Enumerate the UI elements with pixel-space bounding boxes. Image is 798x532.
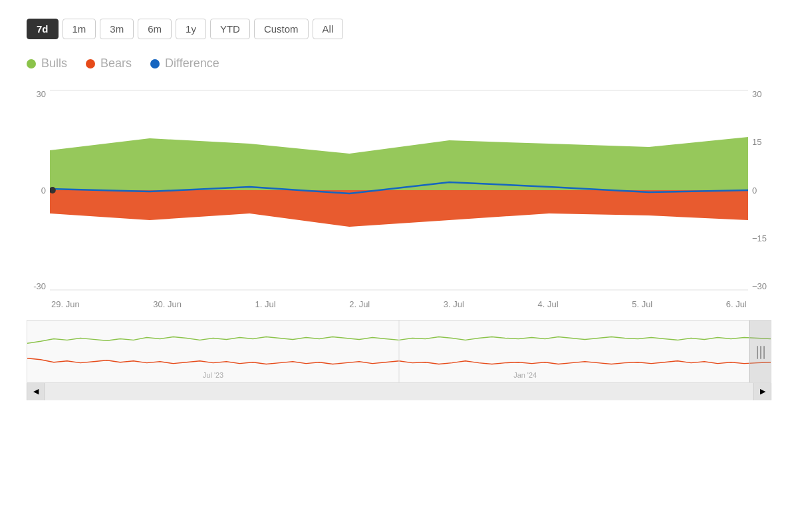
x-label: 30. Jun — [153, 299, 182, 309]
chart-svg — [50, 84, 748, 297]
x-label: 4. Jul — [538, 299, 559, 309]
y-label-mid-left: 0 — [41, 186, 46, 196]
time-btn-1m[interactable]: 1m — [63, 19, 96, 39]
legend-item-difference: Difference — [150, 57, 219, 70]
time-btn-7d[interactable]: 7d — [27, 19, 59, 39]
toolbar: 7d1m3m6m1yYTDCustomAll — [0, 0, 798, 50]
time-btn-6m[interactable]: 6m — [138, 19, 172, 39]
y-right-15: 15 — [752, 137, 761, 147]
handle-line-2 — [760, 346, 761, 359]
navigator-svg: Jul '23 Jan '24 — [27, 321, 771, 382]
scroll-right-button[interactable]: ▶ — [753, 383, 771, 400]
handle-line-1 — [757, 346, 758, 359]
time-btn-custom[interactable]: Custom — [254, 19, 309, 39]
time-btn-all[interactable]: All — [313, 19, 344, 39]
y-right-30: 30 — [752, 89, 761, 99]
navigator-handle[interactable] — [749, 321, 771, 383]
y-right-n15: −15 — [752, 233, 767, 243]
nav-date-2: Jan '24 — [513, 371, 537, 379]
nav-date-1: Jul '23 — [203, 371, 223, 379]
bulls-area — [50, 137, 748, 190]
legend-label-bulls: Bulls — [41, 57, 67, 70]
y-right-0: 0 — [752, 186, 757, 196]
x-label: 6. Jul — [726, 299, 747, 309]
bears-area — [50, 190, 748, 227]
x-label: 5. Jul — [632, 299, 652, 309]
handle-line-3 — [763, 346, 765, 359]
scrollbar: ◀ ▶ — [27, 383, 771, 400]
scroll-track — [45, 383, 753, 400]
x-label: 1. Jul — [255, 299, 276, 309]
y-axis-right: 30 15 0 −15 −30 — [748, 84, 785, 297]
scroll-left-button[interactable]: ◀ — [27, 383, 45, 400]
legend-label-difference: Difference — [165, 57, 219, 70]
x-axis: 29. Jun30. Jun1. Jul2. Jul3. Jul4. Jul5.… — [50, 299, 748, 309]
y-label-top-left: 30 — [37, 89, 46, 99]
legend-dot-difference — [150, 59, 160, 68]
legend-item-bulls: Bulls — [27, 57, 67, 70]
legend: BullsBearsDifference — [0, 50, 798, 84]
time-btn-3m[interactable]: 3m — [100, 19, 134, 39]
x-label: 3. Jul — [444, 299, 464, 309]
legend-dot-bulls — [27, 59, 36, 68]
time-btn-ytd[interactable]: YTD — [210, 19, 250, 39]
navigator: Jul '23 Jan '24 — [27, 320, 771, 383]
x-label: 2. Jul — [349, 299, 370, 309]
legend-dot-bears — [86, 59, 95, 68]
y-right-n30: −30 — [752, 281, 767, 291]
y-axis-left: 30 0 -30 — [13, 84, 50, 297]
x-label: 29. Jun — [51, 299, 80, 309]
main-chart — [50, 84, 748, 297]
legend-label-bears: Bears — [100, 57, 132, 70]
y-label-bot-left: -30 — [33, 281, 46, 291]
time-btn-1y[interactable]: 1y — [176, 19, 206, 39]
legend-item-bears: Bears — [86, 57, 132, 70]
